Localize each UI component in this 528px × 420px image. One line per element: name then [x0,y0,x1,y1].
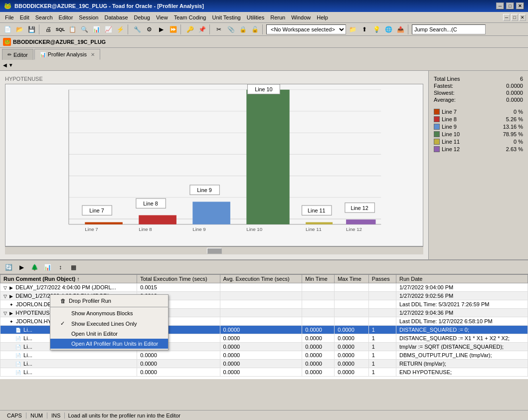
menu-restore[interactable]: □ [511,14,518,21]
tb-btn11[interactable]: ⏩ [168,24,178,35]
legend-item-pct: 0 % [501,109,523,115]
row-comment: Li... [23,369,32,375]
menu-unit-testing[interactable]: Unit Testing [209,13,243,21]
menu-file[interactable]: File [2,13,17,21]
table-row[interactable]: 📄 Li... 0.0000 0.0000 0.0000 0.0000 1 DB… [0,351,528,360]
legend-item-label: Line 12 [442,146,460,152]
menu-database[interactable]: Database [101,13,131,21]
tab-close-icon[interactable]: ✕ [91,52,95,57]
col-max[interactable]: Max Time [335,275,368,283]
ws-btn2[interactable]: ⬆ [359,24,370,35]
expand-icon[interactable]: ▽ [3,285,7,290]
col-passes[interactable]: Passes [368,275,396,283]
col-avg-exec[interactable]: Avg. Execution Time (secs) [220,275,302,283]
tb-btn5[interactable]: 📊 [91,24,102,35]
tb-btn14[interactable]: ✂ [213,24,224,35]
tb-btn17[interactable]: 🔓 [249,24,260,35]
ws-btn1[interactable]: 📁 [347,24,358,35]
svg-text:Line 8: Line 8 [139,226,152,232]
nav-arrow[interactable]: ◀ ▼ [3,62,13,68]
bar-line8[interactable] [139,215,176,224]
menu-edit[interactable]: Edit [17,13,32,21]
menu-bar: File Edit Search Editor Session Database… [0,12,528,23]
grid-button[interactable]: ▦ [68,262,79,273]
table-row[interactable]: 📄 Li... 0.0000 0.0000 0.0000 0.0000 1 EN… [0,368,528,377]
tb-btn4[interactable]: 🔍 [79,24,90,35]
menu-rerun[interactable]: Rerun [267,13,288,21]
legend-item-label: Line 10 [442,131,460,137]
sep6 [408,24,410,34]
cell-run-date: 1/27/2022 9:02:56 PM [396,292,528,300]
table-row[interactable]: 📄 Li... 0.0000 0.0000 0.0000 0.0000 1 RE… [0,360,528,368]
sql-button[interactable]: SQL [55,24,66,35]
tb-btn10[interactable]: ▶ [156,24,167,35]
tb-btn13[interactable]: 📌 [196,24,207,35]
table-row[interactable]: ▽ ▶ DELAY_1/27/2022 4:04:00 PM (JDORL...… [0,283,528,292]
col-total-exec[interactable]: Total Execution Time (secs) [137,275,220,283]
scroll-thumb[interactable] [207,248,222,254]
ws-btn3[interactable]: 💡 [371,24,382,35]
menu-utilities[interactable]: Utilities [244,13,267,21]
tb-btn12[interactable]: 🔑 [184,24,195,35]
menu-editor[interactable]: Editor [56,13,76,21]
bar-line9[interactable] [192,202,230,224]
arrow-button[interactable]: ↕ [55,262,66,273]
print-button[interactable]: 🖨 [43,24,54,35]
menu-search[interactable]: Search [32,13,56,21]
svg-text:Line 10: Line 10 [255,86,272,92]
ctx-open-unit[interactable]: Open Unit in Editor [50,329,168,339]
menu-window[interactable]: Window [288,13,314,21]
tb-btn3[interactable]: 📋 [67,24,78,35]
menu-minimize[interactable]: ─ [503,14,510,21]
legend-item: Line 11 0 % [434,139,523,145]
bar-line7[interactable] [85,222,123,224]
new-button[interactable]: 📄 [2,24,13,35]
ctx-drop-profiler[interactable]: 🗑 Drop Profiler Run [50,296,168,306]
row-comment: Li... [23,361,32,367]
chart-scrollbar[interactable] [5,246,423,254]
ctx-show-anon[interactable]: Show Anonymous Blocks [50,308,168,318]
tb-btn15[interactable]: 📎 [225,24,236,35]
tb-btn6[interactable]: 📈 [103,24,114,35]
legend-item-pct: 0 % [501,139,523,145]
menu-view[interactable]: View [153,13,171,21]
col-min[interactable]: Min Time [302,275,335,283]
menu-help[interactable]: Help [314,13,331,21]
bar-line12[interactable] [346,219,375,224]
sep4 [209,24,211,34]
tb-btn16[interactable]: 🔒 [237,24,248,35]
bar-line10[interactable] [246,90,289,224]
expand-icon[interactable]: ▽ [3,311,7,316]
col-run-date[interactable]: Run Date [396,275,528,283]
maximize-button[interactable]: □ [506,2,514,9]
tab-editor[interactable]: ✏ Editor [2,49,33,60]
ctx-open-all[interactable]: Open All Profiler Run Units in Editor [50,339,168,349]
bar-line11[interactable] [306,222,333,224]
save-button[interactable]: 💾 [26,24,37,35]
menu-session[interactable]: Session [76,13,101,21]
close-button[interactable]: ✕ [516,2,524,9]
ws-btn4[interactable]: 🌐 [383,24,394,35]
open-button[interactable]: 📂 [14,24,25,35]
jump-search-input[interactable] [412,24,486,34]
tab-profiler-analysis[interactable]: 📊 Profiler Analysis ✕ [34,49,100,60]
ws-btn5[interactable]: 📤 [395,24,406,35]
refresh-button[interactable]: 🔄 [3,262,14,273]
legend-item-label: Line 9 [442,124,457,130]
tb-btn8[interactable]: 🔧 [132,24,143,35]
tree-button[interactable]: 🌲 [29,262,40,273]
expand-icon[interactable]: ▽ [3,294,7,299]
menu-debug[interactable]: Debug [131,13,153,21]
minimize-button[interactable]: ─ [496,2,504,9]
cell-max: 0.0000 [335,326,368,334]
tb-btn7[interactable]: ⚡ [115,24,126,35]
menu-team-coding[interactable]: Team Coding [171,13,209,21]
cell-total-exec: 0.0015 [137,283,220,292]
tb-btn9[interactable]: ⚙ [144,24,155,35]
col-comment[interactable]: Run Comment (Run Object) ↑ [0,275,137,283]
menu-close[interactable]: ✕ [519,14,526,21]
ctx-show-executed[interactable]: ✓ Show Executed Lines Only [50,318,168,329]
chart-button[interactable]: 📊 [42,262,53,273]
run-button[interactable]: ▶ [16,262,27,273]
workspace-select[interactable]: <No Workspace selected> [266,24,346,34]
